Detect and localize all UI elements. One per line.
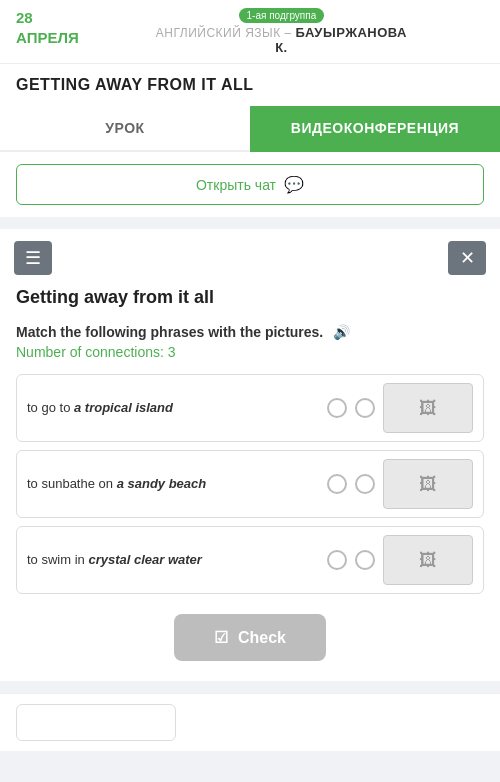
tab-video-conference[interactable]: ВИДЕОКОНФЕРЕНЦИЯ <box>250 106 500 152</box>
phrase-bold-1: a tropical island <box>74 400 173 415</box>
phrase-prefix-2: to sunbathe on <box>27 476 117 491</box>
header-middle: 1-ая подгруппа АНГЛИЙСКИЙ ЯЗЫК – БАУЫРЖА… <box>79 8 484 55</box>
lesson-title-bar: GETTING AWAY FROM IT ALL <box>0 63 500 106</box>
image-placeholder-3: 🖼 <box>383 535 473 585</box>
bottom-input-field[interactable] <box>16 704 176 741</box>
teacher-last: БАУЫРЖАНОВА <box>296 25 407 40</box>
tab-lesson[interactable]: УРОК <box>0 106 250 152</box>
check-row: ☑ Check <box>16 614 484 661</box>
image-icon-1: 🖼 <box>419 398 437 419</box>
phrase-prefix-3: to swim in <box>27 552 88 567</box>
radio-group-1 <box>327 398 375 418</box>
exercise-title: Getting away from it all <box>16 287 484 308</box>
exercise-content: Getting away from it all Match the follo… <box>0 287 500 661</box>
exercise-instruction: Match the following phrases with the pic… <box>16 324 484 340</box>
phrase-prefix-1: to go to <box>27 400 74 415</box>
radio-2a[interactable] <box>327 474 347 494</box>
radio-2b[interactable] <box>355 474 375 494</box>
matching-row: to go to a tropical island 🖼 <box>16 374 484 442</box>
open-chat-label: Открыть чат <box>196 177 276 193</box>
tabs-row: УРОК ВИДЕОКОНФЕРЕНЦИЯ <box>0 106 500 152</box>
close-button[interactable]: ✕ <box>448 241 486 275</box>
toolbar-row: ☰ ✕ <box>0 229 500 287</box>
phrase-bold-3: crystal clear water <box>88 552 201 567</box>
radio-3b[interactable] <box>355 550 375 570</box>
image-icon-3: 🖼 <box>419 550 437 571</box>
teacher-initial: К. <box>156 40 407 55</box>
date-month: АПРЕЛЯ <box>16 29 79 46</box>
phrase-cell-1: to go to a tropical island <box>27 399 319 417</box>
lesson-name: GETTING AWAY FROM IT ALL <box>16 76 253 93</box>
check-icon: ☑ <box>214 628 228 647</box>
date-day: 28 <box>16 9 33 26</box>
phrase-cell-3: to swim in crystal clear water <box>27 551 319 569</box>
bottom-input-area <box>0 693 500 751</box>
header-center: АНГЛИЙСКИЙ ЯЗЫК – БАУЫРЖАНОВА К. <box>148 25 415 55</box>
hamburger-button[interactable]: ☰ <box>14 241 52 275</box>
radio-group-3 <box>327 550 375 570</box>
speaker-icon[interactable]: 🔊 <box>333 324 350 340</box>
content-area: ☰ ✕ Getting away from it all Match the f… <box>0 229 500 681</box>
connections-count: Number of connections: 3 <box>16 344 484 360</box>
top-header: 28 АПРЕЛЯ 1-ая подгруппа АНГЛИЙСКИЙ ЯЗЫК… <box>0 0 500 63</box>
radio-1a[interactable] <box>327 398 347 418</box>
subject-label: АНГЛИЙСКИЙ ЯЗЫК – БАУЫРЖАНОВА <box>156 25 407 40</box>
image-placeholder-2: 🖼 <box>383 459 473 509</box>
image-placeholder-1: 🖼 <box>383 383 473 433</box>
radio-group-2 <box>327 474 375 494</box>
open-chat-button[interactable]: Открыть чат 💬 <box>16 164 484 205</box>
subject-text: АНГЛИЙСКИЙ ЯЗЫК – <box>156 26 292 40</box>
check-button[interactable]: ☑ Check <box>174 614 326 661</box>
check-label: Check <box>238 629 286 647</box>
phrase-bold-2: a sandy beach <box>117 476 207 491</box>
image-icon-2: 🖼 <box>419 474 437 495</box>
matching-row-3: to swim in crystal clear water 🖼 <box>16 526 484 594</box>
matching-row-2: to sunbathe on a sandy beach 🖼 <box>16 450 484 518</box>
group-badge: 1-ая подгруппа <box>239 8 325 23</box>
radio-3a[interactable] <box>327 550 347 570</box>
open-chat-row: Открыть чат 💬 <box>0 152 500 217</box>
radio-1b[interactable] <box>355 398 375 418</box>
chat-icon: 💬 <box>284 175 304 194</box>
header-date: 28 АПРЕЛЯ <box>16 8 79 47</box>
instruction-text: Match the following phrases with the pic… <box>16 324 323 340</box>
phrase-cell-2: to sunbathe on a sandy beach <box>27 475 319 493</box>
